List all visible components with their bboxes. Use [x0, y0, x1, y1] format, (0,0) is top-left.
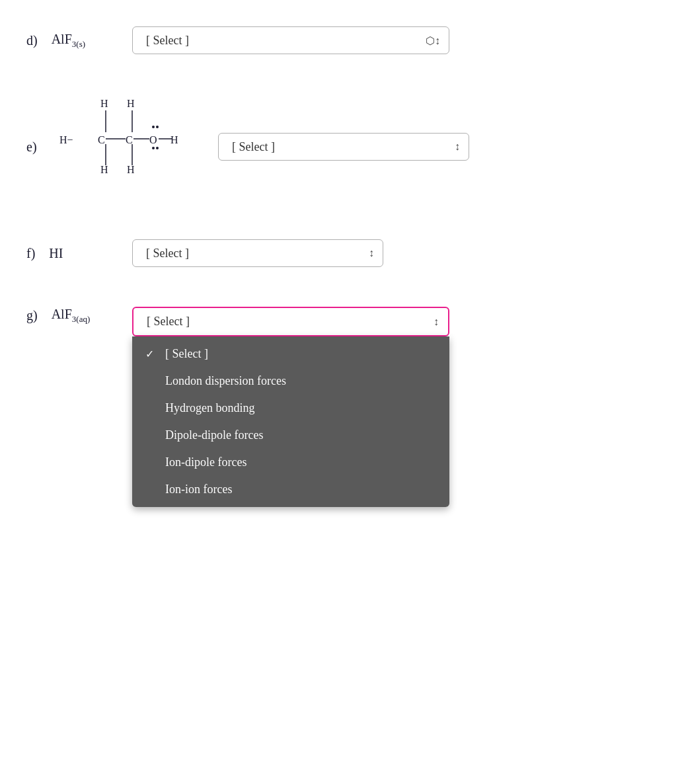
- row-d: d) AlF3(s) [ Select ] London dispersion …: [26, 26, 656, 54]
- dropdown-open-wrapper-g: [ Select ] ↕ ✓ [ Select ] London dispers…: [132, 307, 449, 336]
- molecule-diagram: H H H− C C O: [53, 94, 198, 200]
- svg-text:H−: H−: [59, 134, 73, 145]
- svg-text:O: O: [149, 134, 157, 145]
- dropdown-selected-g: [ Select ]: [147, 315, 190, 329]
- svg-text:H: H: [100, 98, 108, 109]
- dropdown-menu-g: ✓ [ Select ] London dispersion forces Hy…: [132, 336, 449, 507]
- svg-text:H: H: [100, 164, 108, 175]
- compound-g: AlF3(aq): [52, 307, 91, 325]
- dropdown-trigger-g[interactable]: [ Select ] ↕: [132, 307, 449, 336]
- svg-point-11: [156, 126, 159, 128]
- label-e: e): [26, 139, 53, 155]
- chevron-icon-g: ↕: [434, 316, 439, 328]
- dropdown-item-dipole-label: Dipole-dipole forces: [165, 428, 263, 442]
- ethanol-svg: H H H− C C O: [53, 94, 198, 200]
- dropdown-item-ion-dipole-label: Ion-dipole forces: [165, 455, 246, 469]
- svg-text:H: H: [127, 164, 135, 175]
- label-d: d) AlF3(s): [26, 32, 132, 50]
- dropdown-item-select-label: [ Select ]: [165, 347, 208, 361]
- svg-text:H: H: [127, 98, 135, 109]
- svg-text:C: C: [98, 134, 105, 145]
- dropdown-item-london-label: London dispersion forces: [165, 374, 286, 388]
- dropdown-item-dipole[interactable]: Dipole-dipole forces: [132, 422, 449, 449]
- select-wrapper-e: [ Select ] London dispersion forces Hydr…: [218, 133, 469, 161]
- select-f[interactable]: [ Select ] London dispersion forces Hydr…: [132, 239, 383, 267]
- check-icon-select: ✓: [145, 348, 159, 360]
- page-container: d) AlF3(s) [ Select ] London dispersion …: [0, 0, 682, 363]
- row-g: g) AlF3(aq) [ Select ] ↕ ✓ [ Select ] Lo…: [26, 307, 656, 336]
- row-e: e) H H H− C C: [26, 94, 656, 200]
- svg-point-10: [152, 126, 155, 128]
- svg-point-12: [152, 147, 155, 149]
- label-f: f) HI: [26, 246, 132, 261]
- svg-text:H: H: [170, 134, 178, 145]
- select-wrapper-f: [ Select ] London dispersion forces Hydr…: [132, 239, 383, 267]
- dropdown-item-london[interactable]: London dispersion forces: [132, 368, 449, 395]
- dropdown-item-ion-ion-label: Ion-ion forces: [165, 483, 232, 496]
- compound-d: AlF3(s): [52, 32, 85, 50]
- compound-f: HI: [49, 246, 63, 261]
- svg-text:C: C: [126, 134, 133, 145]
- dropdown-item-ion-dipole[interactable]: Ion-dipole forces: [132, 449, 449, 476]
- row-f: f) HI [ Select ] London dispersion force…: [26, 239, 656, 267]
- dropdown-item-hydrogen-label: Hydrogen bonding: [165, 401, 254, 415]
- label-g: g) AlF3(aq): [26, 307, 132, 325]
- row-e-content: H H H− C C O: [53, 94, 656, 200]
- select-e[interactable]: [ Select ] London dispersion forces Hydr…: [218, 133, 469, 161]
- select-d[interactable]: [ Select ] London dispersion forces Hydr…: [132, 26, 449, 54]
- label-d-text: d): [26, 33, 38, 48]
- dropdown-item-hydrogen[interactable]: Hydrogen bonding: [132, 395, 449, 422]
- svg-point-13: [156, 147, 159, 149]
- label-g-text: g): [26, 308, 38, 323]
- select-wrapper-d: [ Select ] London dispersion forces Hydr…: [132, 26, 449, 54]
- dropdown-item-ion-ion[interactable]: Ion-ion forces: [132, 476, 449, 503]
- dropdown-item-select[interactable]: ✓ [ Select ]: [132, 340, 449, 368]
- label-f-text: f): [26, 246, 35, 261]
